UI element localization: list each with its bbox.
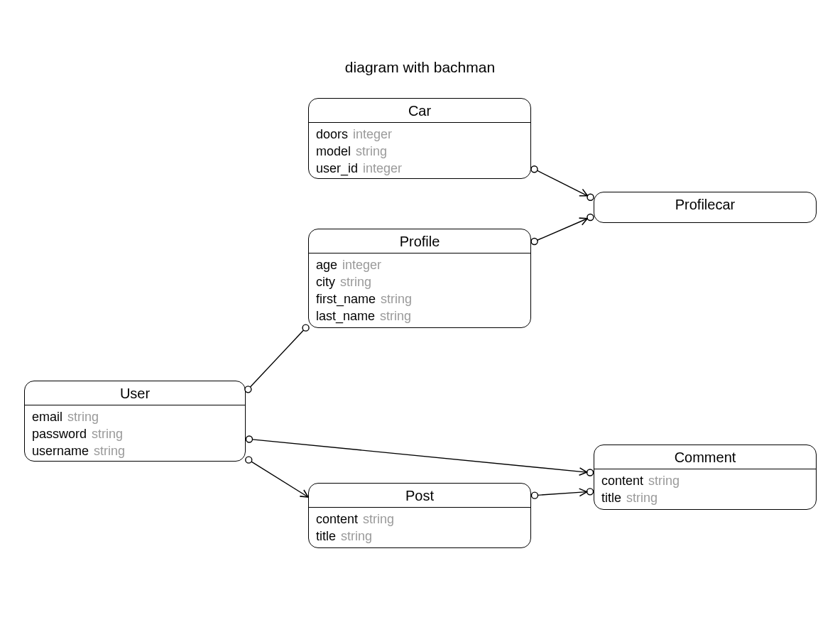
entity-profile-header: Profile (309, 229, 530, 253)
entity-comment: Comment content stringtitle string (594, 445, 817, 510)
svg-point-10 (587, 469, 594, 476)
svg-point-9 (246, 436, 252, 442)
attr-profile-city: city string (316, 273, 523, 290)
attr-profile-last_name: last_name string (316, 307, 523, 325)
entity-user: User email stringpassword stringusername… (24, 381, 246, 462)
svg-point-6 (245, 386, 251, 393)
entity-car-header: Car (309, 99, 530, 123)
attr-post-title: title string (316, 528, 523, 545)
entity-profilecar: Profilecar (594, 192, 817, 223)
diagram-title: diagram with bachman (0, 59, 840, 76)
entity-post-body: content stringtitle string (309, 508, 530, 550)
svg-point-14 (531, 492, 538, 498)
svg-point-1 (587, 194, 594, 200)
entity-profilecar-header: Profilecar (594, 192, 816, 216)
attr-car-model: model string (316, 143, 523, 160)
svg-line-2 (537, 170, 587, 196)
svg-line-13 (251, 462, 308, 497)
entity-comment-header: Comment (594, 445, 816, 469)
svg-line-8 (250, 330, 303, 387)
attr-car-doors: doors integer (316, 126, 523, 143)
attr-car-user_id: user_id integer (316, 160, 523, 177)
entity-car-body: doors integermodel stringuser_id integer (309, 123, 530, 182)
entity-comment-body: content stringtitle string (594, 469, 816, 512)
entity-user-body: email stringpassword stringusername stri… (25, 405, 245, 465)
entity-profile: Profile age integercity stringfirst_name… (308, 229, 531, 328)
svg-point-3 (531, 239, 538, 245)
entity-post-header: Post (309, 484, 530, 508)
attr-profile-age: age integer (316, 256, 523, 273)
attr-comment-title: title string (601, 489, 809, 506)
svg-point-15 (587, 489, 594, 495)
attr-profile-first_name: first_name string (316, 290, 523, 307)
entity-car: Car doors integermodel stringuser_id int… (308, 98, 531, 179)
svg-line-16 (538, 492, 587, 496)
attr-user-email: email string (32, 408, 238, 425)
svg-point-0 (531, 166, 538, 173)
attr-user-password: password string (32, 425, 238, 442)
svg-line-11 (252, 440, 587, 472)
svg-point-12 (246, 457, 252, 463)
svg-point-7 (302, 325, 309, 331)
svg-line-5 (538, 219, 588, 240)
attr-comment-content: content string (601, 472, 809, 489)
entity-post: Post content stringtitle string (308, 483, 531, 548)
entity-user-header: User (25, 381, 245, 405)
attr-user-username: username string (32, 442, 238, 459)
attr-post-content: content string (316, 511, 523, 528)
entity-profile-body: age integercity stringfirst_name stringl… (309, 253, 530, 330)
svg-point-4 (587, 214, 594, 220)
